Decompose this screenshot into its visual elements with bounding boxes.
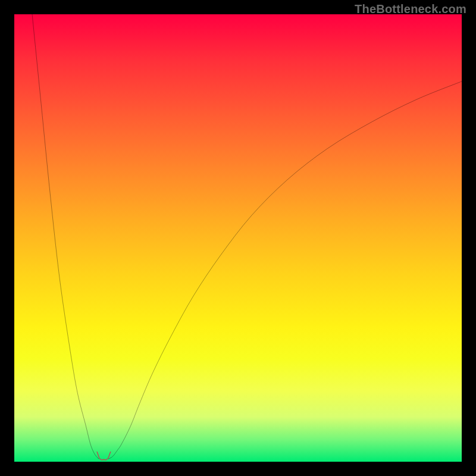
curve-layer — [14, 14, 462, 462]
chart-frame: TheBottleneck.com — [0, 0, 476, 476]
minimum-marker — [97, 452, 111, 460]
right-arm-curve — [108, 82, 462, 459]
plot-area — [14, 14, 462, 462]
left-arm-curve — [32, 14, 99, 459]
watermark-text: TheBottleneck.com — [355, 2, 466, 16]
